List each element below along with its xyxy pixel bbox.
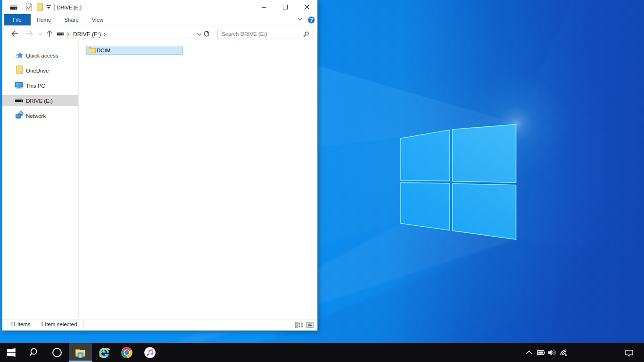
svg-text:?: ? (310, 17, 313, 23)
